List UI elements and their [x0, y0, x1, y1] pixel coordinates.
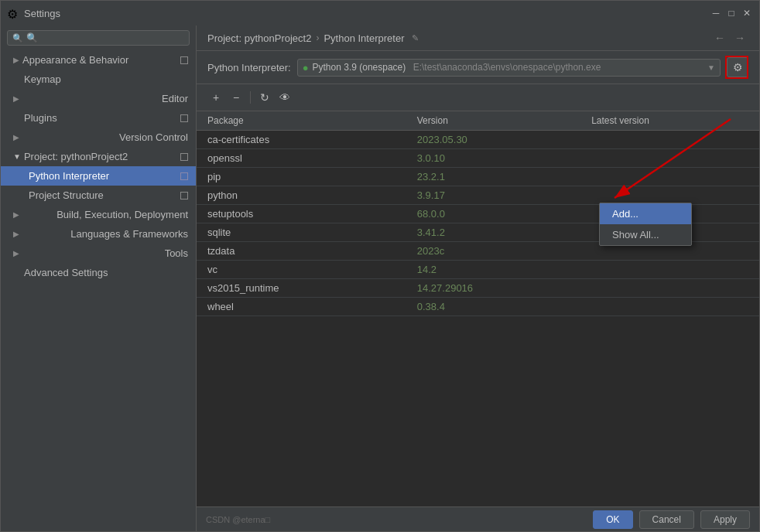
package-version: 14.2	[406, 261, 580, 279]
indicator-plugins	[180, 114, 188, 122]
package-version: 3.41.2	[406, 223, 580, 242]
package-latest	[580, 298, 759, 316]
sidebar-item-project-structure-label: Project Structure	[29, 189, 104, 201]
sidebar-item-build[interactable]: ▶ Build, Execution, Deployment	[1, 205, 196, 224]
package-version: 2023.05.30	[406, 131, 580, 149]
refresh-button[interactable]: ↻	[256, 89, 273, 106]
app-icon: ⚙	[7, 7, 19, 19]
package-latest	[580, 168, 759, 186]
package-latest	[580, 279, 759, 298]
sidebar-item-appearance[interactable]: ▶ Appearance & Behavior	[1, 50, 196, 70]
package-name: pip	[197, 168, 406, 186]
package-version: 0.38.4	[406, 298, 580, 316]
package-name: python	[197, 186, 406, 205]
table-row[interactable]: vs2015_runtime 14.27.29016	[197, 279, 759, 298]
interpreter-path: E:\test\anaconda3\envs\onespace\python.e…	[413, 62, 601, 73]
breadcrumb-bar: Project: pythonProject2 › Python Interpr…	[197, 26, 759, 51]
expand-arrow-tools: ▶	[13, 249, 19, 257]
context-menu-item-show-all[interactable]: Show All...	[600, 224, 691, 245]
breadcrumb-separator: ›	[316, 32, 319, 43]
table-row[interactable]: openssl 3.0.10	[197, 149, 759, 168]
bottom-bar: CSDN @eterna□ OK Cancel Apply	[197, 506, 759, 531]
sidebar-item-plugins[interactable]: Plugins	[1, 108, 196, 128]
back-button[interactable]: ←	[711, 32, 728, 44]
watermark: CSDN @eterna□	[206, 515, 270, 524]
package-name: sqlite	[197, 223, 406, 242]
title-bar-left: ⚙ Settings	[7, 7, 60, 19]
search-icon: 🔍	[12, 33, 23, 43]
expand-arrow-vc: ▶	[13, 133, 19, 142]
sidebar-item-appearance-label: Appearance & Behavior	[22, 54, 128, 66]
expand-arrow-appearance: ▶	[13, 56, 19, 64]
sidebar-item-languages[interactable]: ▶ Languages & Frameworks	[1, 224, 196, 244]
package-version: 2023c	[406, 242, 580, 261]
indicator-project-structure	[180, 192, 188, 200]
table-row[interactable]: python 3.9.17	[197, 186, 759, 205]
ok-button[interactable]: OK	[593, 510, 632, 529]
package-name: vc	[197, 261, 406, 279]
interpreter-select[interactable]: ● Python 3.9 (onespace) E:\test\anaconda…	[297, 59, 721, 77]
sidebar-item-keymap-label: Keymap	[13, 73, 61, 85]
package-latest	[580, 186, 759, 205]
sidebar-item-editor[interactable]: ▶ Editor	[1, 89, 196, 108]
table-row[interactable]: pip 23.2.1	[197, 168, 759, 186]
expand-arrow-languages: ▶	[13, 230, 19, 238]
sidebar-item-advanced[interactable]: Advanced Settings	[1, 263, 196, 282]
window-controls: ─ □ ✕	[710, 7, 753, 19]
search-input[interactable]	[26, 32, 184, 43]
apply-button[interactable]: Apply	[700, 510, 750, 529]
table-row[interactable]: ca-certificates 2023.05.30	[197, 131, 759, 149]
interpreter-status-icon: ●	[303, 62, 309, 73]
context-menu-item-add[interactable]: Add...	[600, 203, 691, 224]
sidebar-item-python-interpreter[interactable]: Python Interpreter	[1, 166, 196, 186]
context-menu: Add... Show All...	[599, 203, 692, 246]
package-name: wheel	[197, 298, 406, 316]
maximize-button[interactable]: □	[725, 7, 738, 19]
search-box[interactable]: 🔍	[7, 30, 190, 46]
package-name: ca-certificates	[197, 131, 406, 149]
cancel-button[interactable]: Cancel	[639, 510, 694, 529]
package-name: openssl	[197, 149, 406, 168]
packages-toolbar: + − ↻ 👁	[197, 84, 759, 111]
sidebar-item-keymap[interactable]: Keymap	[1, 70, 196, 89]
edit-icon[interactable]: ✎	[412, 33, 419, 43]
table-row[interactable]: wheel 0.38.4	[197, 298, 759, 316]
interpreter-label: Python Interpreter:	[207, 62, 291, 73]
interpreter-gear-button[interactable]: ⚙	[727, 57, 748, 77]
sidebar-item-project-structure[interactable]: Project Structure	[1, 186, 196, 205]
package-latest	[580, 149, 759, 168]
col-header-latest: Latest version	[580, 111, 759, 131]
table-row[interactable]: vc 14.2	[197, 261, 759, 279]
sidebar-item-tools[interactable]: ▶ Tools	[1, 244, 196, 263]
sidebar-item-python-interpreter-label: Python Interpreter	[29, 170, 109, 182]
package-version: 3.0.10	[406, 149, 580, 168]
minimize-button[interactable]: ─	[710, 7, 722, 19]
breadcrumb-current: Python Interpreter	[324, 32, 404, 44]
sidebar: 🔍 ▶ Appearance & Behavior Keymap ▶ Edito…	[1, 26, 197, 531]
sidebar-item-version-control[interactable]: ▶ Version Control	[1, 128, 196, 147]
package-version: 23.2.1	[406, 168, 580, 186]
sidebar-item-advanced-label: Advanced Settings	[13, 267, 108, 278]
sidebar-item-tools-label: Tools	[165, 247, 188, 259]
add-package-button[interactable]: +	[207, 89, 224, 106]
indicator-python-interpreter	[180, 172, 188, 180]
packages-area: Package Version Latest version ca-certif…	[197, 111, 759, 506]
package-name: tzdata	[197, 242, 406, 261]
sidebar-item-plugins-label: Plugins	[13, 112, 57, 124]
sidebar-item-project[interactable]: ▼ Project: pythonProject2	[1, 147, 196, 166]
content-area: 🔍 ▶ Appearance & Behavior Keymap ▶ Edito…	[1, 26, 759, 531]
settings-window: ⚙ Settings ─ □ ✕ 🔍 ▶ Appearance & Behavi…	[0, 0, 760, 532]
indicator-project	[180, 153, 188, 161]
show-options-button[interactable]: 👁	[276, 89, 293, 106]
expand-arrow-editor: ▶	[13, 94, 19, 103]
sidebar-item-vc-label: Version Control	[119, 131, 188, 143]
forward-button[interactable]: →	[731, 32, 748, 44]
close-button[interactable]: ✕	[741, 7, 753, 19]
sidebar-item-build-label: Build, Execution, Deployment	[56, 209, 188, 220]
title-bar: ⚙ Settings ─ □ ✕	[1, 1, 759, 26]
package-version: 68.0.0	[406, 205, 580, 223]
package-latest	[580, 261, 759, 279]
col-header-version: Version	[406, 111, 580, 131]
remove-package-button[interactable]: −	[228, 89, 245, 106]
package-name: vs2015_runtime	[197, 279, 406, 298]
